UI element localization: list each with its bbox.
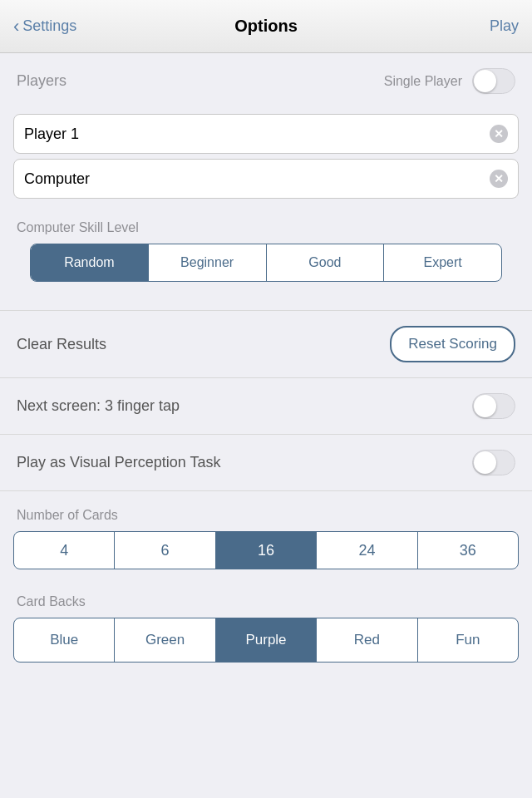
skill-expert-btn[interactable]: Expert [384,244,501,281]
options-section: Clear Results Reset Scoring Next screen:… [0,310,532,491]
backs-label: Card Backs [0,594,532,618]
visual-perception-row: Play as Visual Perception Task [0,434,532,491]
single-player-label: Single Player [384,74,462,89]
backs-fun-btn[interactable]: Fun [418,618,518,662]
cards-segmented-control: 4 6 16 24 36 [13,531,519,569]
back-chevron-icon: ‹ [13,16,19,37]
cards-36-btn[interactable]: 36 [418,532,518,569]
backs-red-btn[interactable]: Red [317,618,417,662]
player1-clear-button[interactable]: ✕ [490,125,508,143]
cards-24-btn[interactable]: 24 [317,532,417,569]
cards-label: Number of Cards [0,508,532,531]
single-player-toggle[interactable] [472,68,515,94]
player2-input[interactable] [24,170,490,188]
cards-6-btn[interactable]: 6 [115,532,215,569]
player2-input-container: ✕ [13,159,519,199]
visual-perception-toggle[interactable] [472,450,515,475]
players-row: Players Single Player [0,53,532,109]
player1-input-container: ✕ [13,114,519,154]
next-screen-label: Next screen: 3 finger tap [17,397,180,415]
skill-segmented-control: Random Beginner Good Expert [30,244,502,282]
visual-perception-toggle-knob [474,451,496,474]
backs-green-btn[interactable]: Green [115,618,215,662]
clear-results-label: Clear Results [17,336,106,353]
skill-random-btn[interactable]: Random [31,244,149,281]
backs-blue-btn[interactable]: Blue [14,618,115,662]
back-button[interactable]: ‹ Settings [13,16,76,37]
cards-section: Number of Cards 4 6 16 24 36 [0,508,532,578]
next-screen-row: Next screen: 3 finger tap [0,377,532,434]
clear-results-row: Clear Results Reset Scoring [0,310,532,377]
page-title: Options [234,17,298,36]
backs-section: Card Backs Blue Green Purple Red Fun [0,594,532,679]
back-label: Settings [22,17,76,35]
player2-clear-button[interactable]: ✕ [490,170,508,188]
cards-16-btn[interactable]: 16 [216,532,317,569]
players-label: Players [17,72,66,90]
cards-4-btn[interactable]: 4 [14,532,115,569]
players-right: Single Player [384,68,515,94]
next-screen-toggle-knob [474,395,496,417]
skill-label: Computer Skill Level [17,220,515,235]
backs-purple-btn[interactable]: Purple [216,618,317,662]
skill-good-btn[interactable]: Good [267,244,385,281]
play-button[interactable]: Play [490,17,519,35]
content: Players Single Player ✕ ✕ Computer Skill… [0,53,532,679]
reset-scoring-button[interactable]: Reset Scoring [390,326,515,362]
nav-bar: ‹ Settings Options Play [0,0,532,53]
skill-beginner-btn[interactable]: Beginner [149,244,267,281]
next-screen-toggle[interactable] [472,393,515,419]
visual-perception-label: Play as Visual Perception Task [17,454,220,471]
skill-section: Computer Skill Level Random Beginner Goo… [0,204,532,297]
player1-input[interactable] [24,126,490,143]
backs-segmented-control: Blue Green Purple Red Fun [13,618,519,663]
toggle-knob [474,70,496,92]
